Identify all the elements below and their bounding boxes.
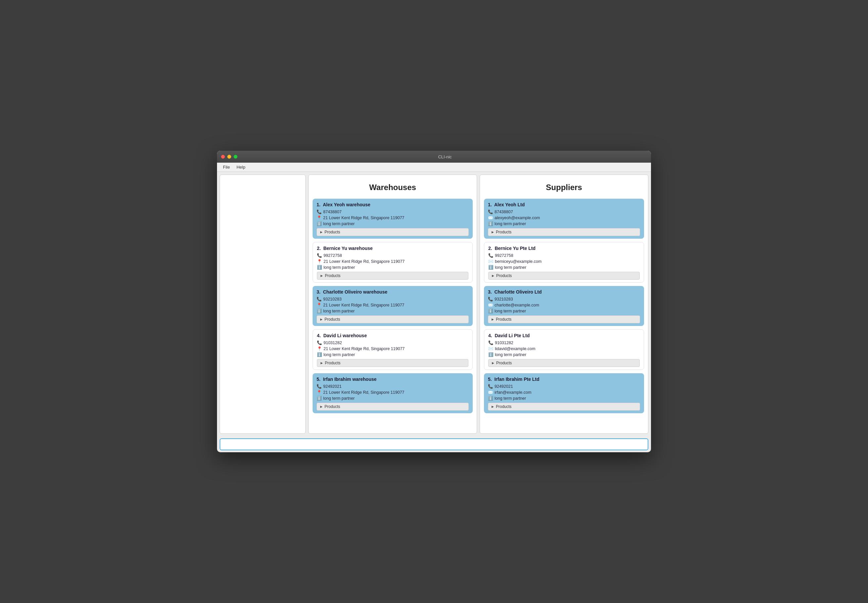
warehouse-card-2[interactable]: 2. Bernice Yu warehouse 📞 99272758 📍 21 …: [313, 242, 473, 283]
warehouses-title: Warehouses: [308, 175, 477, 197]
info-icon: ℹ️: [488, 352, 493, 357]
warehouse-phone: 📞 91031282: [317, 340, 468, 345]
command-input[interactable]: [220, 438, 648, 450]
email-icon: ✉️: [488, 303, 493, 308]
warehouse-note: ℹ️ long term partner: [316, 396, 469, 400]
bottom-bar: [217, 436, 651, 452]
warehouse-phone: 📞 93210283: [316, 297, 469, 302]
minimize-button[interactable]: [227, 155, 231, 159]
window-title: CLI-nic: [243, 155, 647, 159]
warehouses-panel: Warehouses 1. Alex Yeoh warehouse 📞 8743…: [308, 175, 477, 434]
main-content: Warehouses 1. Alex Yeoh warehouse 📞 8743…: [217, 172, 651, 436]
info-icon: ℹ️: [488, 308, 493, 314]
supplier-phone: 📞 99272758: [488, 253, 640, 258]
supplier-note: ℹ️ long term partner: [488, 396, 640, 400]
warehouse-card-header: 1. Alex Yeoh warehouse: [316, 202, 469, 207]
supplier-note: ℹ️ long term partner: [488, 352, 640, 357]
supplier-phone: 📞 87438807: [488, 209, 640, 214]
supplier-products-btn[interactable]: ▶ Products: [488, 272, 640, 280]
warehouse-address: 📍 21 Lower Kent Ridge Rd, Singapore 1190…: [317, 346, 468, 351]
triangle-icon: ▶: [491, 230, 494, 234]
phone-icon: 📞: [488, 340, 493, 345]
supplier-card-4[interactable]: 4. David Li Pte Ltd 📞 91031282 ✉️ lidavi…: [484, 329, 644, 370]
email-icon: ✉️: [488, 215, 493, 220]
warehouse-card-3[interactable]: 3. Charlotte Oliveiro warehouse 📞 932102…: [313, 286, 473, 326]
warehouses-list[interactable]: 1. Alex Yeoh warehouse 📞 87438807 📍 21 L…: [308, 197, 477, 433]
location-icon: 📍: [316, 215, 321, 220]
triangle-icon: ▶: [320, 230, 322, 234]
phone-icon: 📞: [317, 253, 321, 258]
supplier-card-header: 1. Alex Yeoh Ltd: [488, 202, 640, 207]
supplier-phone: 📞 92492021: [488, 384, 640, 389]
traffic-lights: [221, 155, 237, 159]
phone-icon: 📞: [488, 209, 493, 214]
title-bar: CLI-nic: [217, 151, 651, 162]
supplier-card-header: 4. David Li Pte Ltd: [488, 333, 640, 338]
info-icon: ℹ️: [316, 308, 321, 314]
triangle-icon: ▶: [491, 318, 494, 321]
suppliers-panel: Suppliers 1. Alex Yeoh Ltd 📞 87438807 ✉️…: [480, 175, 648, 434]
menu-help[interactable]: Help: [233, 164, 249, 170]
phone-icon: 📞: [317, 340, 321, 345]
warehouse-card-1[interactable]: 1. Alex Yeoh warehouse 📞 87438807 📍 21 L…: [313, 199, 473, 239]
phone-icon: 📞: [488, 384, 493, 389]
supplier-products-btn[interactable]: ▶ Products: [488, 403, 640, 411]
panels: Warehouses 1. Alex Yeoh warehouse 📞 8743…: [308, 175, 648, 434]
warehouse-products-btn[interactable]: ▶ Products: [316, 403, 469, 411]
email-icon: ✉️: [488, 259, 493, 264]
supplier-note: ℹ️ long term partner: [488, 265, 640, 270]
supplier-card-header: 5. Irfan Ibrahim Pte Ltd: [488, 377, 640, 382]
warehouse-card-header: 5. Irfan Ibrahim warehouse: [316, 377, 469, 382]
app-window: CLI-nic File Help Warehouses 1. Alex Yeo…: [217, 151, 651, 452]
info-icon: ℹ️: [488, 221, 493, 226]
warehouse-phone: 📞 99272758: [317, 253, 468, 258]
supplier-card-5[interactable]: 5. Irfan Ibrahim Pte Ltd 📞 92492021 ✉️ i…: [484, 373, 644, 413]
supplier-card-2[interactable]: 2. Bernice Yu Pte Ltd 📞 99272758 ✉️ bern…: [484, 242, 644, 283]
supplier-note: ℹ️ long term partner: [488, 221, 640, 226]
warehouse-note: ℹ️ long term partner: [316, 308, 469, 314]
triangle-icon: ▶: [321, 361, 323, 365]
phone-icon: 📞: [488, 253, 493, 258]
warehouse-products-btn[interactable]: ▶ Products: [316, 228, 469, 236]
warehouse-address: 📍 21 Lower Kent Ridge Rd, Singapore 1190…: [316, 390, 469, 395]
triangle-icon: ▶: [491, 405, 494, 408]
info-icon: ℹ️: [316, 221, 321, 226]
warehouse-card-5[interactable]: 5. Irfan Ibrahim warehouse 📞 92492021 📍 …: [313, 373, 473, 413]
maximize-button[interactable]: [234, 155, 237, 159]
email-icon: ✉️: [488, 346, 493, 351]
location-icon: 📍: [317, 346, 321, 351]
warehouse-products-btn[interactable]: ▶ Products: [316, 315, 469, 323]
triangle-icon: ▶: [320, 318, 322, 321]
supplier-products-btn[interactable]: ▶ Products: [488, 359, 640, 367]
info-icon: ℹ️: [488, 396, 493, 400]
warehouse-address: 📍 21 Lower Kent Ridge Rd, Singapore 1190…: [316, 303, 469, 308]
supplier-card-3[interactable]: 3. Charlotte Oliveiro Ltd 📞 93210283 ✉️ …: [484, 286, 644, 326]
info-icon: ℹ️: [317, 265, 321, 270]
supplier-note: ℹ️ long term partner: [488, 308, 640, 314]
supplier-products-btn[interactable]: ▶ Products: [488, 315, 640, 323]
menu-file[interactable]: File: [220, 164, 233, 170]
phone-icon: 📞: [488, 297, 493, 302]
warehouse-card-header: 4. David Li warehouse: [317, 333, 468, 338]
phone-icon: 📞: [316, 384, 321, 389]
supplier-email: ✉️ irfan@example.com: [488, 390, 640, 395]
warehouse-products-btn[interactable]: ▶ Products: [317, 272, 468, 280]
suppliers-list[interactable]: 1. Alex Yeoh Ltd 📞 87438807 ✉️ alexyeoh@…: [480, 197, 648, 433]
info-icon: ℹ️: [317, 352, 321, 357]
phone-icon: 📞: [316, 297, 321, 302]
email-icon: ✉️: [488, 390, 493, 395]
warehouse-card-4[interactable]: 4. David Li warehouse 📞 91031282 📍 21 Lo…: [313, 329, 473, 370]
close-button[interactable]: [221, 155, 225, 159]
triangle-icon: ▶: [492, 274, 494, 277]
location-icon: 📍: [317, 259, 321, 264]
info-icon: ℹ️: [488, 265, 493, 270]
supplier-products-btn[interactable]: ▶ Products: [488, 228, 640, 236]
supplier-card-1[interactable]: 1. Alex Yeoh Ltd 📞 87438807 ✉️ alexyeoh@…: [484, 199, 644, 239]
supplier-email: ✉️ alexyeoh@example.com: [488, 215, 640, 220]
warehouse-products-btn[interactable]: ▶ Products: [317, 359, 468, 367]
warehouse-phone: 📞 87438807: [316, 209, 469, 214]
supplier-email: ✉️ charlotte@example.com: [488, 303, 640, 308]
supplier-phone: 📞 91031282: [488, 340, 640, 345]
triangle-icon: ▶: [492, 361, 494, 365]
menu-bar: File Help: [217, 162, 651, 172]
